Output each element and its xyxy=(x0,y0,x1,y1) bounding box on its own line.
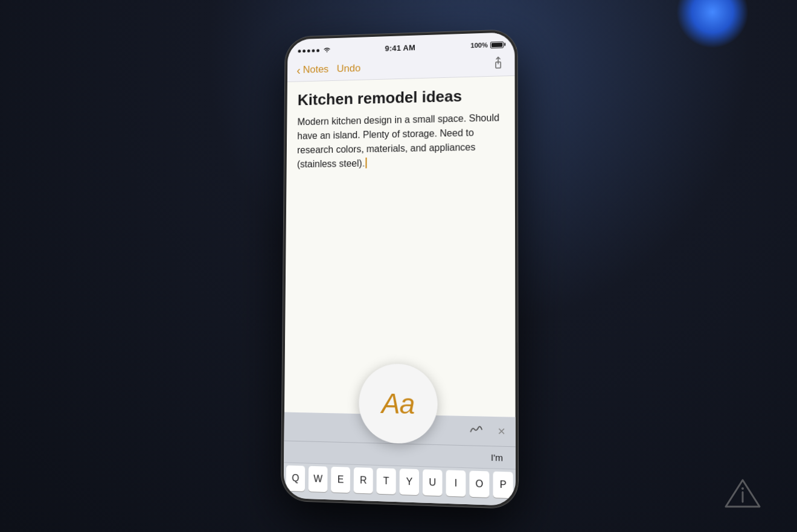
key-e[interactable]: E xyxy=(331,466,350,492)
keyboard[interactable]: Q W E R T Y U I O P xyxy=(284,463,516,505)
battery-percent: 100% xyxy=(470,41,487,49)
phone-frame: 9:41 AM 100% ‹ Notes Undo xyxy=(281,30,518,508)
aa-label: Aa xyxy=(382,386,415,420)
close-keyboard-button[interactable]: ✕ xyxy=(498,425,505,437)
svg-point-0 xyxy=(327,51,328,52)
key-p[interactable]: P xyxy=(493,471,513,498)
signal-dot-3 xyxy=(307,49,310,52)
key-r[interactable]: R xyxy=(354,467,373,493)
key-q[interactable]: Q xyxy=(286,465,306,491)
signal-dot-5 xyxy=(316,48,319,51)
verge-logo xyxy=(725,475,761,514)
key-t[interactable]: T xyxy=(377,467,396,494)
key-i[interactable]: I xyxy=(446,470,466,496)
aa-format-button[interactable]: Aa xyxy=(359,363,438,444)
back-notes-button[interactable]: Notes xyxy=(302,63,328,76)
battery-area: 100% xyxy=(470,40,504,49)
note-body-text: Modern kitchen design in a small space. … xyxy=(297,112,499,169)
key-y[interactable]: Y xyxy=(400,469,419,495)
back-chevron-icon[interactable]: ‹ xyxy=(296,64,301,76)
share-button[interactable] xyxy=(491,56,505,72)
battery-icon xyxy=(490,41,504,48)
status-time: 9:41 AM xyxy=(385,42,415,52)
keyboard-toolbar: Aa ✕ xyxy=(284,412,516,447)
key-o[interactable]: O xyxy=(469,470,489,497)
phone-screen: 9:41 AM 100% ‹ Notes Undo xyxy=(284,32,516,506)
key-w[interactable]: W xyxy=(309,466,328,492)
key-u[interactable]: U xyxy=(423,469,443,496)
note-body[interactable]: Modern kitchen design in a small space. … xyxy=(297,111,504,171)
signal-area xyxy=(298,46,331,54)
svg-point-4 xyxy=(741,487,744,490)
keyboard-row-1: Q W E R T Y U I O P xyxy=(286,465,513,498)
note-title: Kitchen remodel ideas xyxy=(298,86,504,109)
toolbar-right-buttons: ✕ xyxy=(469,423,505,439)
signal-dot-2 xyxy=(302,49,306,52)
signal-dot-4 xyxy=(312,49,315,52)
predictive-word[interactable]: I'm xyxy=(484,449,511,466)
text-cursor xyxy=(365,158,366,168)
wifi-icon xyxy=(323,46,331,53)
undo-button[interactable]: Undo xyxy=(337,62,361,75)
battery-fill xyxy=(491,42,502,47)
nav-left: ‹ Notes Undo xyxy=(296,62,360,75)
battery-body xyxy=(490,41,504,48)
signal-dot-1 xyxy=(298,49,301,52)
scribble-icon[interactable] xyxy=(469,423,485,438)
